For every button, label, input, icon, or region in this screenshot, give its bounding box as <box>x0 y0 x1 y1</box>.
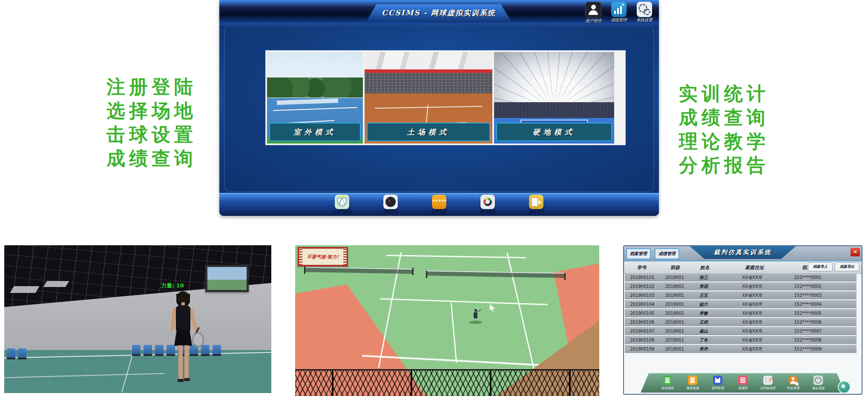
dock-label: 微课视频 <box>684 386 701 390</box>
cell-name: 王五 <box>690 293 717 298</box>
cell-student-id: 201900109 <box>625 347 660 351</box>
cell-class: 2019001 <box>660 347 690 351</box>
titlebar-icons: 用户管理 成绩管理 系统设置 <box>584 2 654 24</box>
dock-courseware[interactable]: 课件管理 <box>708 376 727 393</box>
feature-line: 击球设置 <box>106 123 197 146</box>
power-indicator: 力量: 10 <box>161 282 184 290</box>
chair <box>155 345 164 356</box>
table-row[interactable]: 2019001012019001张三XX省XX市152****0001 <box>625 273 857 281</box>
skylight <box>43 281 69 287</box>
chair <box>144 345 152 356</box>
mode-label-clay[interactable]: 土场模式 <box>367 123 490 141</box>
feature-line: 分析报告 <box>679 153 769 177</box>
fence-post <box>490 370 491 396</box>
net-post <box>304 267 305 274</box>
chair <box>18 348 26 359</box>
difficulty-setting-button[interactable]: ★★★★★ 难度设定 <box>429 195 449 216</box>
cell-student-id: 201900102 <box>625 284 660 289</box>
speedometer-icon <box>383 195 398 209</box>
court-line <box>451 303 457 363</box>
chairs <box>7 348 26 359</box>
stroke-setting-button[interactable]: 正反手设定 <box>332 195 352 216</box>
power-icon <box>813 376 823 385</box>
court-floor <box>4 350 271 393</box>
encouragement-banner: 不要气馁·努力! <box>298 247 348 267</box>
exit-door-icon <box>529 195 543 209</box>
floating-assistant-icon[interactable] <box>838 381 851 393</box>
video-doc-icon <box>688 376 697 385</box>
dock-training-course[interactable]: 实训课程 <box>658 376 677 393</box>
avatar-shoe <box>184 378 190 381</box>
net-post <box>412 268 414 275</box>
table-row[interactable]: 2019001062019001王武XX省XX市152****0006 <box>625 318 857 326</box>
cell-class: 2019001 <box>660 275 690 280</box>
tab-score-management[interactable]: 成绩管理 <box>655 248 679 259</box>
gauge-icon <box>480 195 495 209</box>
cell-address: XX省XX市 <box>718 293 787 298</box>
mode-card-hard[interactable]: 硬地模式 <box>494 52 614 143</box>
system-settings-button[interactable]: 系统设置 <box>635 2 654 24</box>
bar-chart-icon <box>611 2 627 17</box>
ball-speed-setting-button[interactable]: 球速设定 <box>381 195 400 216</box>
tab-archive-management[interactable]: 档案管理 <box>626 248 651 259</box>
cell-contact: 152****0007 <box>787 329 829 333</box>
indoor-court-scene: 力量: 10 <box>4 245 271 393</box>
cell-student-id: 201900101 <box>625 275 660 280</box>
mode-label-hard[interactable]: 硬地模式 <box>496 123 612 141</box>
records-window: 档案管理 成绩管理 裁判仿真实训系统 ✕ 学号 班级 姓名 家庭住址 联系方式 … <box>623 245 862 395</box>
cell-student-id: 201900106 <box>625 320 660 324</box>
cell-class: 2019001 <box>660 293 690 298</box>
mode-card-outdoor[interactable]: 室外模式 <box>267 52 363 143</box>
user-management-button[interactable]: 用户管理 <box>584 2 603 24</box>
avatar-leg <box>184 345 189 379</box>
column-name: 姓名 <box>690 264 719 271</box>
mode-card-clay[interactable]: 土场模式 <box>365 52 492 143</box>
exit-program-button[interactable]: 退出程序 <box>526 195 546 216</box>
dock-resource-library[interactable]: 资源库 <box>733 376 753 393</box>
books-icon <box>738 376 747 385</box>
dock-penalty-standards[interactable]: 判罚标准库 <box>758 376 778 393</box>
table-row[interactable]: 2019001022019001李四XX省XX市152****0002 <box>625 282 857 290</box>
net-post <box>564 273 566 280</box>
cell-contact: 152****0008 <box>787 338 829 342</box>
table-row[interactable]: 2019001082019001丁冬XX省XX市152****0008 <box>625 336 857 344</box>
simulation-training-button[interactable]: 模拟训练 <box>478 195 497 216</box>
mode-label-outdoor[interactable]: 室外模式 <box>269 123 361 141</box>
person-cursor-icon <box>788 376 798 385</box>
dock-label: 退出系统 <box>809 386 827 390</box>
mode-selection-strip: 室外模式 土场模式 硬地模式 <box>266 51 625 145</box>
system-settings-label: 系统设置 <box>635 17 654 23</box>
table-row[interactable]: 2019001052019001李敏XX省XX市152****0005 <box>625 309 857 317</box>
table-row[interactable]: 2019001042019001赵六XX省XX市152****0004 <box>625 300 857 308</box>
dock-exit-system[interactable]: 退出系统 <box>808 376 828 393</box>
dock-label: 判罚标准库 <box>759 386 777 390</box>
crowd-stands <box>365 73 492 93</box>
gear-icon <box>637 2 652 17</box>
archive-export-button[interactable]: 档案导出 <box>835 262 859 271</box>
player-character[interactable] <box>468 309 486 326</box>
score-management-button[interactable]: 成绩管理 <box>609 2 628 24</box>
stroke-setting-label: 正反手设定 <box>332 209 352 215</box>
close-icon[interactable]: ✕ <box>851 248 860 256</box>
wall-picture <box>205 265 249 292</box>
table-row[interactable]: 2019001092019001李丹XX省XX市152****0009 <box>625 345 857 353</box>
table-row[interactable]: 2019001032019001王五XX省XX市152****0003 <box>625 291 857 299</box>
table-row[interactable]: 2019001072019001崔山XX省XX市152****0007 <box>625 327 857 335</box>
court-line <box>4 373 164 378</box>
cell-name: 赵六 <box>690 301 717 307</box>
feature-line: 选择场地 <box>106 99 197 123</box>
dock-micro-video[interactable]: 微课视频 <box>683 376 702 393</box>
archive-import-button[interactable]: 档案导入 <box>808 262 833 271</box>
screenshot-canvas: CCSIMS - 网球虚拟实训系统 用户管理 成绩管理 系统设置 <box>0 0 868 396</box>
main-app-window: CCSIMS - 网球虚拟实训系统 用户管理 成绩管理 系统设置 <box>219 0 659 216</box>
cell-name: 李四 <box>690 284 717 290</box>
player-avatar[interactable] <box>168 291 198 391</box>
dock-label: 资源库 <box>734 386 752 390</box>
bottom-toolbar: 正反手设定 球速设定 ★★★★★ 难度设定 模拟训练 退出程序 <box>219 193 659 216</box>
cell-name: 王武 <box>690 319 717 325</box>
feature-line: 实训统计 <box>679 82 769 106</box>
dock-student-management[interactable]: 学生管理 <box>783 376 803 393</box>
column-address: 家庭住址 <box>719 264 790 271</box>
cell-name: 李丹 <box>690 346 717 352</box>
chair <box>7 348 15 359</box>
